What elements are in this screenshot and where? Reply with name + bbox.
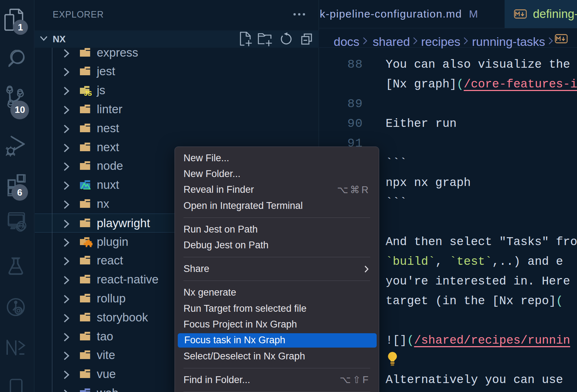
svg-text:JS: JS (84, 90, 92, 96)
